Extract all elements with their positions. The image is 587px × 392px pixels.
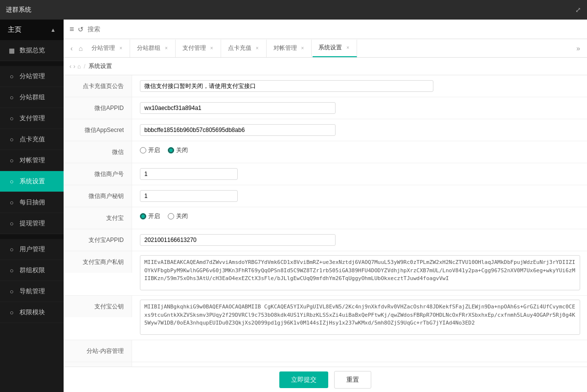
tab-expand-icon[interactable]: » — [573, 44, 583, 52]
sidebar-item-rules[interactable]: ○ 提现管理 — [0, 213, 64, 234]
sidebar-item-label: 导航管理 — [20, 287, 45, 296]
menu-icon[interactable]: ≡ — [69, 25, 74, 34]
sidebar-item-perm-module[interactable]: ○ 权限模块 — [0, 302, 64, 323]
top-bar-icons: ⤢ — [575, 6, 581, 14]
label-alipay-appid: 支付宝APPID — [64, 229, 132, 251]
tab-close-payment[interactable]: × — [209, 45, 215, 51]
form-row-notice: 点卡充值页公告 — [64, 75, 587, 97]
tab-recharge[interactable]: 点卡充值 × — [222, 40, 267, 57]
main-layout: 主页 ▲ ▦ 数据总览 ○ 分站管理 ○ 分站群组 ○ 支付管理 ○ 点卡充值 … — [0, 20, 587, 392]
tab-close-branch[interactable]: × — [118, 45, 124, 51]
system-icon: ○ — [8, 178, 16, 185]
sidebar-item-branch-group[interactable]: ○ 分站群组 — [0, 87, 64, 108]
sidebar-item-branch[interactable]: ○ 分站管理 — [0, 66, 64, 87]
input-wechat-merchant-id[interactable] — [140, 168, 238, 180]
content-notice — [132, 75, 587, 97]
wechat-close-option[interactable]: 关闭 — [168, 146, 188, 154]
tab-label: 点卡充值 — [228, 44, 251, 52]
tab-payment[interactable]: 支付管理 × — [177, 40, 221, 57]
content-alipay-private-key[interactable]: MIIEvAIBAEAKCAQEAmd7dZWvviAmsdoYRBG7YdVm… — [132, 251, 587, 295]
tab-account[interactable]: 对帐管理 × — [268, 40, 312, 57]
dashboard-icon: ▦ — [8, 47, 16, 54]
tab-close-branch-group[interactable]: × — [163, 45, 169, 51]
sidebar-item-label: 提现管理 — [20, 219, 45, 228]
sidebar: 主页 ▲ ▦ 数据总览 ○ 分站管理 ○ 分站群组 ○ 支付管理 ○ 点卡充值 … — [0, 20, 64, 392]
sidebar-item-dashboard[interactable]: ▦ 数据总览 — [0, 40, 64, 61]
group-perms-icon: ○ — [8, 267, 16, 274]
alipay-open-radio[interactable] — [140, 213, 146, 219]
tab-close-recharge[interactable]: × — [254, 45, 260, 51]
recharge-icon: ○ — [8, 136, 16, 143]
sidebar-item-label: 点卡充值 — [20, 135, 45, 144]
alipay-close-option[interactable]: 关闭 — [168, 212, 188, 220]
label-alipay-public-key: 支付宝公钥 — [64, 296, 132, 317]
content-wechat-status: 开启 关闭 — [132, 141, 587, 159]
content-alipay-appid — [132, 229, 587, 251]
top-bar: 进群系统 ⤢ — [0, 0, 587, 20]
input-alipay-appid[interactable] — [140, 234, 336, 246]
branch-icon: ○ — [8, 73, 16, 80]
wechat-open-option[interactable]: 开启 — [140, 146, 160, 154]
tab-branch-group[interactable]: 分站群组 × — [131, 40, 176, 57]
tab-system[interactable]: 系统设置 × — [313, 40, 357, 57]
content-wechat-appsecret — [132, 119, 587, 141]
form-row-wechat-merchant-key: 微信商户秘钥 — [64, 185, 587, 207]
sidebar-item-system[interactable]: ○ 系统设置 — [0, 171, 64, 192]
input-wechat-appid[interactable] — [140, 102, 336, 114]
alipay-open-label: 开启 — [148, 212, 160, 220]
sidebar-item-label: 分站管理 — [20, 72, 45, 81]
submit-button[interactable]: 立即提交 — [279, 371, 328, 388]
wechat-close-radio[interactable] — [168, 147, 174, 153]
textarea-alipay-public-key[interactable]: MIIBIjANBgkqhkiG9w0BAQEFAAOCAQABMIIB CgK… — [140, 300, 580, 335]
sidebar-item-label: 权限模块 — [20, 308, 45, 317]
tab-close-system[interactable]: × — [345, 44, 351, 51]
label-alipay-private-key: 支付宝商户私钥 — [64, 251, 132, 273]
input-notice[interactable] — [140, 80, 433, 92]
app-title: 进群系统 — [6, 5, 31, 14]
breadcrumb-back[interactable]: ‹ — [69, 63, 71, 70]
content-alipay-public-key[interactable]: MIIBIjANBgkqhkiG9w0BAQEFAAOCAQABMIIB CgK… — [132, 296, 587, 340]
sidebar-collapse-icon[interactable]: ▲ — [50, 27, 56, 33]
sidebar-item-users[interactable]: ○ 用户管理 — [0, 239, 64, 260]
reset-button[interactable]: 重置 — [334, 371, 371, 389]
input-wechat-merchant-key[interactable] — [140, 190, 238, 202]
sidebar-item-label: 对帐管理 — [20, 156, 45, 165]
sidebar-item-payment[interactable]: ○ 支付管理 — [0, 108, 64, 129]
tab-label: 系统设置 — [318, 44, 342, 52]
payment-icon: ○ — [8, 115, 16, 122]
label-wechat-merchant-id: 微信商户号 — [64, 163, 132, 185]
account-icon: ○ — [8, 157, 16, 164]
sidebar-title: 主页 — [8, 25, 22, 34]
tab-label: 分站管理 — [91, 44, 115, 52]
wechat-open-label: 开启 — [148, 146, 160, 154]
sidebar-item-label: 用户管理 — [20, 245, 45, 254]
textarea-alipay-private-key[interactable]: MIIEvAIBAEAKCAQEAmd7dZWvviAmsdoYRBG7YdVm… — [140, 255, 580, 290]
refresh-icon[interactable]: ↺ — [78, 25, 84, 33]
alipay-open-option[interactable]: 开启 — [140, 212, 160, 220]
search-input[interactable] — [88, 25, 146, 33]
form-row-alipay-status: 支付宝 开启 关闭 — [64, 207, 587, 229]
sidebar-item-account[interactable]: ○ 对帐管理 — [0, 150, 64, 171]
tab-close-account[interactable]: × — [300, 45, 306, 51]
sidebar-item-nav[interactable]: ○ 导航管理 — [0, 281, 64, 302]
tab-branch-mgmt[interactable]: 分站管理 × — [86, 40, 130, 57]
form-row-alipay-public-key: 支付宝公钥 MIIBIjANBgkqhkiG9w0BAQEFAAOCAQABMI… — [64, 296, 587, 340]
wechat-open-radio[interactable] — [140, 147, 146, 153]
form-container: 点卡充值页公告 微信APPID 微信AppSecret — [64, 75, 587, 392]
content-wechat-appid — [132, 97, 587, 119]
breadcrumb-home[interactable]: ⌂ — [77, 63, 81, 70]
bottom-bar: 立即提交 重置 — [64, 367, 587, 392]
tab-nav-left[interactable]: ‹ — [68, 44, 76, 52]
sidebar-item-group-perms[interactable]: ○ 群组权限 — [0, 260, 64, 281]
breadcrumb-forward[interactable]: › — [73, 63, 75, 70]
input-wechat-appsecret[interactable] — [140, 124, 336, 136]
breadcrumb-sep: / — [84, 63, 85, 70]
breadcrumb-current: 系统设置 — [89, 62, 112, 70]
expand-icon[interactable]: ⤢ — [575, 6, 581, 14]
alipay-close-radio[interactable] — [168, 213, 174, 219]
tab-nav-home[interactable]: ⌂ — [76, 44, 86, 52]
sidebar-item-recharge[interactable]: ○ 点卡充值 — [0, 129, 64, 150]
label-wechat-merchant-key: 微信商户秘钥 — [64, 185, 132, 207]
sidebar-item-daily[interactable]: ○ 每日抽佣 — [0, 192, 64, 213]
form-row-wechat-status: 微信 开启 关闭 — [64, 141, 587, 163]
